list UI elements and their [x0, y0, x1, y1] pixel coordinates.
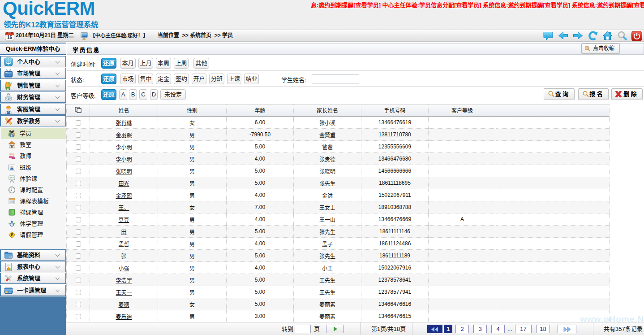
svg-text:15: 15 [7, 35, 13, 40]
svg-text:$: $ [7, 96, 9, 100]
